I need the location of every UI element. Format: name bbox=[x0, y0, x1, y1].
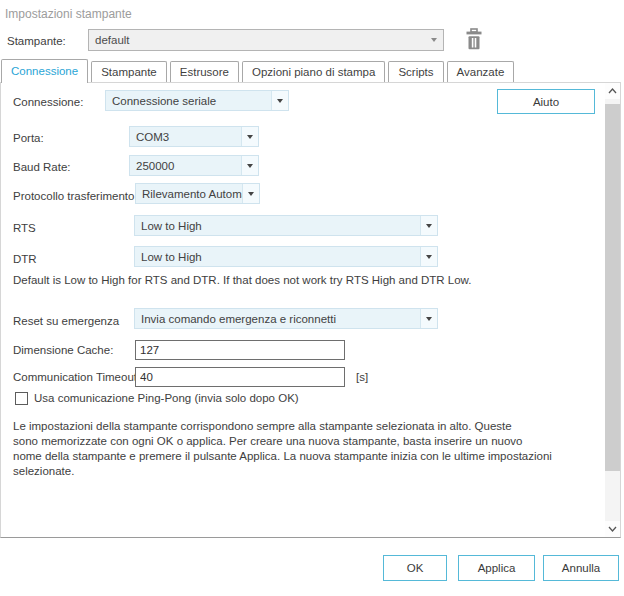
info-line: Le impostazioni della stampante corrispo… bbox=[13, 419, 552, 434]
comm-timeout-label: Communication Timeout: bbox=[13, 371, 140, 383]
printer-selector-label: Stampante: bbox=[7, 35, 66, 47]
chevron-down-icon bbox=[420, 309, 437, 328]
vertical-scrollbar[interactable] bbox=[605, 83, 620, 537]
tab-bar: Connessione Stampante Estrusore Opzioni … bbox=[1, 60, 517, 82]
cancel-button[interactable]: Annulla bbox=[543, 555, 619, 581]
connection-label: Connessione: bbox=[13, 96, 83, 108]
dtr-select[interactable]: Low to High bbox=[134, 246, 438, 267]
trash-icon bbox=[464, 28, 484, 51]
baud-rate-select-value: 250000 bbox=[130, 160, 241, 172]
connection-tab-panel: Connessione: Connessione seriale Aiuto P… bbox=[0, 82, 621, 538]
printer-select-value: default bbox=[89, 34, 425, 46]
ping-pong-checkbox-label[interactable]: Usa comunicazione Ping-Pong (invia solo … bbox=[34, 392, 299, 404]
scroll-up-icon[interactable] bbox=[605, 83, 620, 99]
connection-select[interactable]: Connessione seriale bbox=[105, 90, 289, 111]
scroll-down-icon[interactable] bbox=[605, 521, 620, 537]
tab-stampante[interactable]: Stampante bbox=[91, 61, 167, 82]
printer-select[interactable]: default bbox=[88, 29, 444, 51]
emergency-reset-select[interactable]: Invia comando emergenza e riconnetti bbox=[134, 308, 438, 329]
port-select-value: COM3 bbox=[130, 131, 241, 143]
chevron-down-icon bbox=[425, 38, 443, 42]
apply-button[interactable]: Applica bbox=[458, 555, 535, 581]
chevron-down-icon bbox=[241, 127, 258, 146]
port-label: Porta: bbox=[13, 132, 44, 144]
protocol-select-value: Rilevamento Automatico bbox=[136, 188, 242, 200]
cache-size-label: Dimensione Cache: bbox=[13, 344, 113, 356]
scrollbar-thumb[interactable] bbox=[605, 104, 620, 471]
help-button[interactable]: Aiuto bbox=[497, 89, 595, 114]
port-select[interactable]: COM3 bbox=[129, 126, 259, 147]
chevron-down-icon bbox=[420, 216, 437, 235]
protocol-label: Protocollo trasferimento: bbox=[13, 190, 138, 202]
delete-printer-button[interactable] bbox=[464, 28, 486, 52]
chevron-down-icon bbox=[241, 156, 258, 175]
tab-connessione[interactable]: Connessione bbox=[1, 59, 88, 83]
tab-opzioni-piano-di-stampa[interactable]: Opzioni piano di stampa bbox=[242, 61, 385, 82]
baud-rate-label: Baud Rate: bbox=[13, 161, 71, 173]
rts-label: RTS bbox=[13, 222, 36, 234]
ok-button[interactable]: OK bbox=[383, 555, 447, 581]
tab-estrusore[interactable]: Estrusore bbox=[170, 61, 239, 82]
window-title: Impostazioni stampante bbox=[5, 7, 132, 21]
connection-select-value: Connessione seriale bbox=[106, 95, 271, 107]
tab-scripts[interactable]: Scripts bbox=[388, 61, 443, 82]
rts-select-value: Low to High bbox=[135, 220, 420, 232]
info-line: nome della stampante e premere il pulsan… bbox=[13, 449, 552, 464]
ping-pong-checkbox[interactable] bbox=[15, 392, 28, 405]
comm-timeout-input[interactable] bbox=[135, 367, 345, 387]
dtr-label: DTR bbox=[13, 253, 37, 265]
info-line: sono memorizzate con ogni OK o applica. … bbox=[13, 434, 552, 449]
chevron-down-icon bbox=[242, 184, 259, 203]
info-line: selezionate. bbox=[13, 464, 552, 479]
protocol-select[interactable]: Rilevamento Automatico bbox=[135, 183, 260, 204]
emergency-reset-select-value: Invia comando emergenza e riconnetti bbox=[135, 313, 420, 325]
chevron-down-icon bbox=[271, 91, 288, 110]
dtr-select-value: Low to High bbox=[135, 251, 420, 263]
comm-timeout-unit: [s] bbox=[356, 371, 368, 383]
cache-size-input[interactable] bbox=[135, 340, 345, 360]
tab-avanzate[interactable]: Avanzate bbox=[447, 61, 515, 82]
baud-rate-select[interactable]: 250000 bbox=[129, 155, 259, 176]
info-text: Le impostazioni della stampante corrispo… bbox=[13, 419, 552, 479]
rts-select[interactable]: Low to High bbox=[134, 215, 438, 236]
rts-dtr-note: Default is Low to High for RTS and DTR. … bbox=[13, 274, 472, 286]
chevron-down-icon bbox=[420, 247, 437, 266]
emergency-reset-label: Reset su emergenza bbox=[13, 315, 119, 327]
